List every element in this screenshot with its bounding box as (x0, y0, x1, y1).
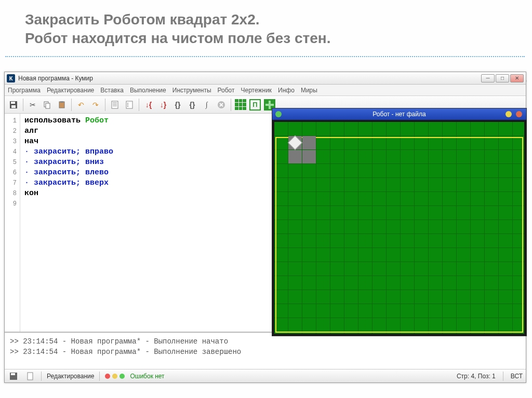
menu-insert[interactable]: Вставка (100, 87, 124, 94)
filled-cell (288, 150, 302, 163)
close-button[interactable]: ✕ (510, 74, 524, 83)
svg-point-12 (127, 103, 128, 104)
filled-cell (302, 150, 316, 163)
svg-rect-7 (112, 101, 118, 108)
line-gutter: 1 2 3 4 5 6 7 8 9 (5, 114, 20, 332)
save-icon[interactable] (7, 98, 20, 112)
status-insert-mode: ВСТ (511, 373, 523, 380)
step-into-icon[interactable]: ↓{ (142, 98, 155, 112)
window-titlebar[interactable]: К Новая программа - Кумир ─ □ ✕ (5, 72, 526, 85)
step-over-icon[interactable]: ↓} (156, 98, 170, 112)
copy-icon[interactable] (41, 98, 54, 112)
menu-draftsman[interactable]: Чертежник (241, 87, 272, 94)
svg-rect-6 (60, 101, 63, 103)
statusbar: Редактирование Ошибок нет Стр: 4, Поз: 1… (5, 369, 526, 382)
status-mode: Редактирование (47, 373, 94, 380)
doc-status-icon[interactable] (24, 371, 36, 381)
menu-worlds[interactable]: Миры (301, 87, 317, 94)
redo-icon[interactable]: ↷ (89, 98, 102, 112)
run-icon[interactable]: {} (171, 98, 184, 112)
run-step-icon[interactable]: ∫ (200, 98, 214, 112)
console-line: >> 23:14:54 - Новая программа* - Выполне… (10, 336, 521, 347)
status-cursor-pos: Стр: 4, Поз: 1 (457, 373, 496, 380)
doc-props-icon[interactable] (108, 98, 122, 112)
menu-info[interactable]: Инфо (278, 87, 295, 94)
robot-window-title: Робот - нет файла (272, 111, 526, 118)
robot-win-minimize-icon[interactable] (506, 111, 512, 117)
minimize-button[interactable]: ─ (481, 74, 495, 83)
menu-tools[interactable]: Инструменты (172, 87, 211, 94)
console-line: >> 23:14:54 - Новая программа* - Выполне… (10, 347, 521, 357)
stop-icon[interactable] (215, 98, 228, 112)
robot-grid-field[interactable] (274, 122, 524, 334)
paste-icon[interactable] (55, 98, 69, 112)
grid-icon[interactable] (234, 98, 247, 112)
menu-program[interactable]: Программа (8, 87, 41, 94)
traffic-yellow-icon (112, 374, 117, 379)
robot-field-window[interactable]: Робот - нет файла (272, 108, 527, 336)
slide-title: Закрасить Роботом квадрат 2х2. Робот нах… (0, 0, 532, 51)
svg-rect-11 (126, 101, 132, 108)
pi-icon[interactable]: П (248, 98, 262, 112)
svg-rect-1 (11, 102, 15, 104)
maximize-button[interactable]: □ (496, 74, 509, 83)
menu-run[interactable]: Выполнение (130, 87, 166, 94)
cut-icon[interactable]: ✂ (26, 98, 39, 112)
traffic-red-icon (105, 374, 110, 379)
robot-win-green-dot-icon[interactable] (275, 111, 282, 117)
menu-edit[interactable]: Редактирование (47, 87, 94, 94)
app-icon: К (7, 74, 15, 83)
run-fast-icon[interactable]: {} (185, 98, 199, 112)
svg-rect-4 (46, 103, 50, 108)
save-status-icon[interactable] (8, 371, 19, 381)
filled-cell (302, 136, 316, 149)
svg-rect-2 (11, 105, 16, 108)
slide-title-line1: Закрасить Роботом квадрат 2х2. (25, 11, 260, 28)
menu-robot[interactable]: Робот (218, 87, 235, 94)
status-errors: Ошибок нет (130, 373, 164, 380)
traffic-green-icon (119, 374, 125, 379)
console-output: >> 23:14:54 - Новая программа* - Выполне… (5, 333, 526, 369)
doc-list-icon[interactable] (123, 98, 136, 112)
undo-icon[interactable]: ↶ (74, 98, 88, 112)
robot-titlebar[interactable]: Робот - нет файла (272, 108, 526, 120)
menubar: Программа Редактирование Вставка Выполне… (5, 85, 526, 96)
svg-point-14 (127, 106, 128, 107)
window-title: Новая программа - Кумир (18, 75, 93, 82)
slide-title-line2: Робот находится на чистом поле без стен. (25, 29, 507, 48)
svg-point-13 (127, 104, 128, 105)
svg-rect-20 (28, 373, 33, 380)
robot-win-close-icon[interactable] (516, 111, 522, 117)
slide-divider (5, 56, 525, 57)
svg-rect-19 (11, 373, 15, 375)
